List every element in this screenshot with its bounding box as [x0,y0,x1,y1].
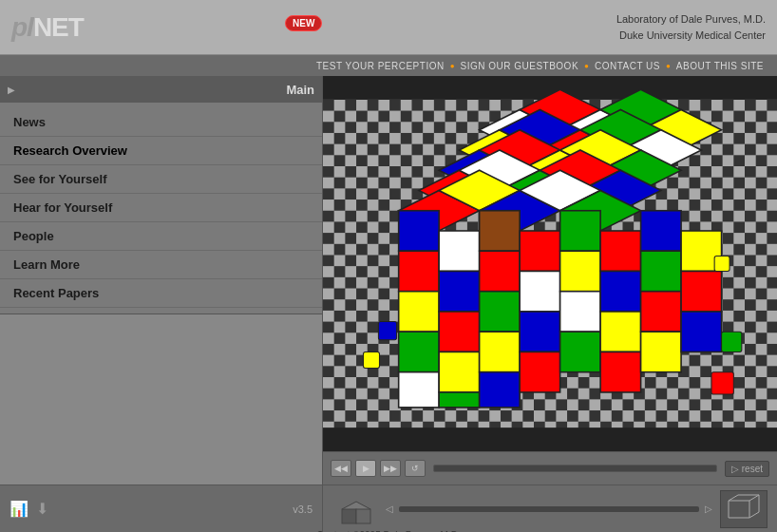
svg-rect-63 [681,312,721,352]
svg-rect-33 [399,332,439,371]
svg-rect-67 [714,256,730,272]
svg-line-76 [729,495,738,501]
wireframe-cube-svg [721,491,767,527]
wireframe-cube-thumbnail [720,490,768,528]
slider-left: ◁ [386,504,393,514]
content-area: ◀◀ ▶ ▶▶ ↺ ▷ reset [323,76,777,484]
download-icon[interactable]: ⬇ [36,500,48,518]
svg-rect-30 [399,211,439,251]
header-lab-info: Laboratory of Dale Purves, M.D. Duke Uni… [616,11,766,43]
sidebar-header: ▶ Main [0,76,322,103]
navbar: TEST YOUR PERCEPTION ● SIGN OUR GUESTBOO… [0,55,777,76]
svg-rect-56 [600,352,640,391]
bottom-right: ◁ ▷ [323,485,777,532]
bottom-icons: 📊 ⬇ [9,500,48,518]
svg-rect-37 [439,312,479,352]
svg-rect-71 [356,509,370,523]
svg-rect-36 [439,271,479,311]
svg-rect-48 [520,352,559,391]
menu-item-see-for-yourself[interactable]: See for Yourself [0,165,322,194]
slider-area: ◁ ▷ [332,490,712,528]
logo-net: NET [33,12,84,42]
chart-icon[interactable]: 📊 [9,500,28,518]
slider-track[interactable] [399,506,699,512]
svg-rect-38 [439,352,479,391]
svg-rect-39 [439,392,479,408]
cube-scene [323,76,777,451]
sidebar: ▶ Main News Research Overview See for Yo… [0,76,323,484]
svg-rect-68 [363,352,379,368]
nav-about[interactable]: ABOUT THIS SITE [671,61,769,71]
menu-item-news[interactable]: News [0,108,322,137]
new-badge: NEW [285,15,322,31]
sidebar-title: Main [286,83,314,97]
svg-rect-64 [378,322,396,340]
svg-rect-46 [520,271,559,311]
main-layout: ▶ Main News Research Overview See for Yo… [0,76,777,484]
header: plNET NEW Laboratory of Dale Purves, M.D… [0,0,777,55]
svg-line-80 [749,512,759,518]
prev-button[interactable]: ◀◀ [331,460,351,477]
svg-rect-40 [480,211,520,251]
svg-rect-60 [641,332,681,371]
lab-line1: Laboratory of Dale Purves, M.D. [616,11,766,28]
loop-button[interactable]: ↺ [405,460,426,477]
menu-item-hear-for-yourself[interactable]: Hear for Yourself [0,194,322,222]
svg-rect-41 [480,251,520,291]
svg-rect-54 [600,271,640,311]
play-button[interactable]: ▶ [355,460,376,477]
media-controls: ◀◀ ▶ ▶▶ ↺ ▷ reset [323,451,777,484]
svg-rect-32 [399,292,439,332]
svg-line-77 [749,495,759,501]
bottom-left: 📊 ⬇ v3.5 [0,485,323,532]
svg-rect-58 [641,251,681,291]
svg-rect-62 [681,271,721,311]
svg-rect-55 [600,312,640,352]
svg-rect-34 [399,372,439,408]
svg-rect-44 [480,372,520,408]
bottom-bar: 📊 ⬇ v3.5 ◁ ▷ [0,484,777,532]
svg-rect-42 [480,292,520,332]
svg-rect-59 [641,292,681,332]
svg-rect-31 [399,251,439,291]
svg-rect-53 [600,231,640,271]
svg-rect-66 [711,372,733,394]
image-area [323,76,777,451]
reset-button[interactable]: ▷ reset [725,461,769,477]
lab-line2: Duke University Medical Center [616,28,766,44]
svg-rect-43 [480,332,520,371]
menu-item-recent-papers[interactable]: Recent Papers [0,279,322,308]
version-label: v3.5 [293,504,313,515]
svg-rect-45 [520,231,559,271]
svg-rect-70 [342,509,356,523]
svg-rect-65 [722,332,742,352]
timeline-bar[interactable] [433,465,717,472]
sidebar-menu: News Research Overview See for Yourself … [0,103,322,314]
svg-rect-52 [560,332,600,371]
nav-guestbook[interactable]: SIGN OUR GUESTBOOK [455,61,585,71]
sidebar-content [0,314,322,484]
svg-rect-49 [560,211,600,251]
nav-contact[interactable]: CONTACT US [589,61,666,71]
menu-item-learn-more[interactable]: Learn More [0,251,322,279]
menu-item-research-overview[interactable]: Research Overview [0,137,322,165]
menu-item-people[interactable]: People [0,222,322,251]
sidebar-play-icon[interactable]: ▶ [8,85,15,95]
svg-rect-50 [560,251,600,291]
slider-right: ▷ [705,504,712,514]
small-cube-icon [332,490,380,528]
next-button[interactable]: ▶▶ [380,460,401,477]
svg-rect-51 [560,292,600,332]
nav-test-perception[interactable]: TEST YOUR PERCEPTION [311,61,450,71]
svg-rect-57 [641,211,681,251]
logo: plNET [11,12,84,43]
svg-rect-35 [439,231,479,271]
logo-pl: pl [11,12,33,42]
svg-rect-47 [520,312,559,352]
